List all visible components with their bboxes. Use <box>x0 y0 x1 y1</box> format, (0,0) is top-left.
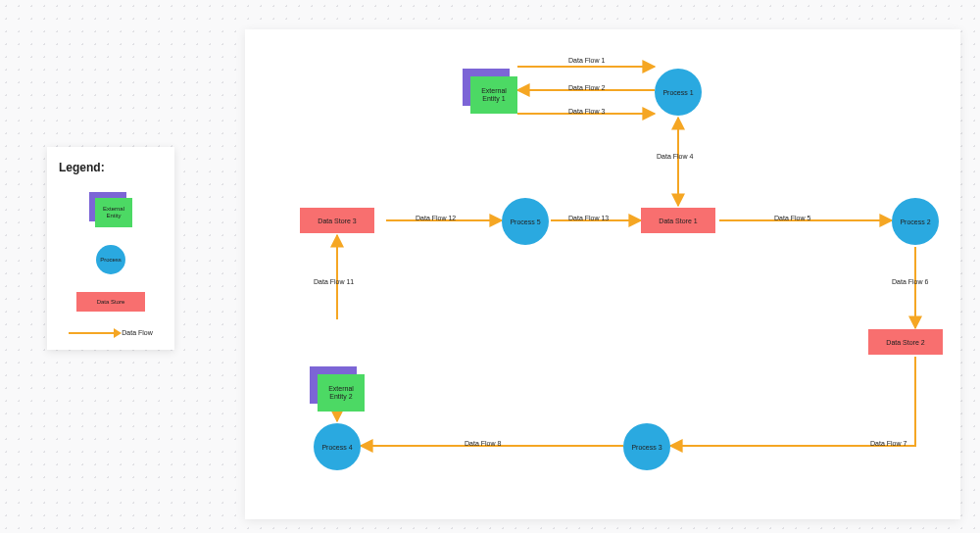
external-entity-label: External Entity 2 <box>318 374 365 412</box>
legend-panel: Legend: External Entity Process Data Sto… <box>47 147 174 350</box>
flow-label: Data Flow 13 <box>568 215 609 221</box>
legend-entity-label: External Entity <box>95 198 132 227</box>
legend-datastore-row: Data Store <box>59 292 163 312</box>
legend-entity-row: External Entity <box>59 192 163 227</box>
flow-label: Data Flow 7 <box>870 440 906 447</box>
process-icon: Process <box>96 245 125 274</box>
flow-label: Data Flow 1 <box>568 57 605 64</box>
datastore-icon: Data Store <box>76 292 145 312</box>
external-entity-icon: External Entity <box>89 192 132 227</box>
legend-process-row: Process <box>59 245 163 274</box>
flow-label: Data Flow 5 <box>774 215 810 221</box>
process-1[interactable]: Process 1 <box>655 69 702 116</box>
external-entity-2[interactable]: External Entity 2 <box>310 366 365 412</box>
process-2[interactable]: Process 2 <box>892 198 939 245</box>
datastore-2[interactable]: Data Store 2 <box>868 329 943 355</box>
flow-label: Data Flow 12 <box>416 215 456 221</box>
flow-label: Data Flow 4 <box>657 153 693 160</box>
arrow-icon <box>69 332 116 334</box>
external-entity-label: External Entity 1 <box>470 76 517 114</box>
external-entity-1[interactable]: External Entity 1 <box>463 69 517 114</box>
legend-title: Legend: <box>59 161 163 174</box>
legend-flow-label: Data Flow <box>122 329 153 336</box>
process-3[interactable]: Process 3 <box>623 423 670 470</box>
flow-label: Data Flow 3 <box>568 108 605 115</box>
flow-label: Data Flow 11 <box>314 278 354 285</box>
flow-label: Data Flow 2 <box>568 84 605 91</box>
datastore-3[interactable]: Data Store 3 <box>300 208 374 233</box>
flow-label: Data Flow 8 <box>465 440 501 447</box>
process-5[interactable]: Process 5 <box>502 198 549 245</box>
diagram-canvas[interactable]: Data Flow 1 Data Flow 2 Data Flow 3 Data… <box>245 29 960 519</box>
datastore-1[interactable]: Data Store 1 <box>641 208 715 233</box>
flow-label: Data Flow 6 <box>892 278 928 285</box>
legend-flow-row: Data Flow <box>59 329 163 336</box>
process-4[interactable]: Process 4 <box>314 423 361 470</box>
